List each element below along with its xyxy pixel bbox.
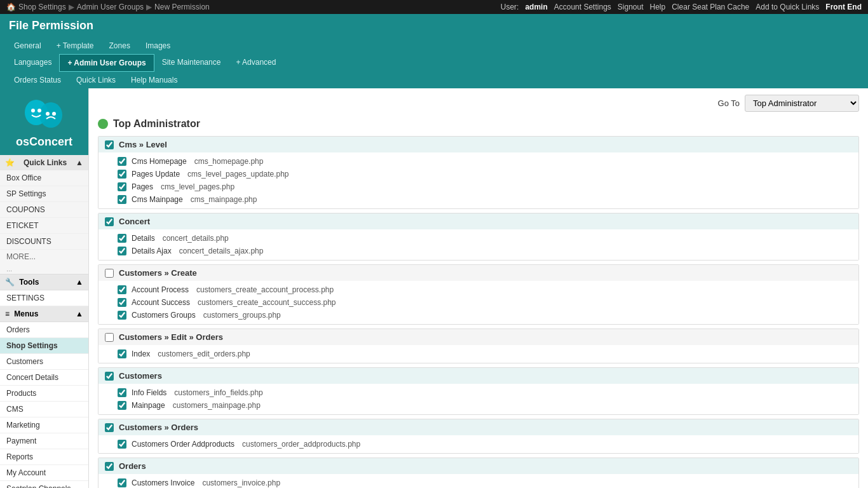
tools-header[interactable]: 🔧 Tools ▲: [0, 274, 88, 290]
perm-section-orders: OrdersCustomers Invoicecustomers_invoice…: [98, 458, 859, 488]
sidebar-item-marketing[interactable]: Marketing: [0, 417, 88, 433]
sidebar-item-payment[interactable]: Payment: [0, 433, 88, 449]
sidebar-item-more[interactable]: MORE...: [0, 250, 88, 264]
username: admin: [525, 3, 547, 11]
perm-section-checkbox-cms-level[interactable]: [105, 140, 114, 149]
perm-item-checkbox[interactable]: [118, 157, 126, 166]
perm-item-checkbox[interactable]: [118, 247, 126, 255]
front-end-link[interactable]: Front End: [825, 3, 862, 11]
perm-item-checkbox[interactable]: [118, 440, 126, 449]
perm-items-customers-create: Account Processcustomers_create_account_…: [98, 281, 858, 324]
perm-item-checkbox[interactable]: [118, 182, 126, 191]
sidebar-item-concert-details[interactable]: Concert Details: [0, 370, 88, 386]
perm-section-checkbox-customers-create[interactable]: [105, 269, 114, 278]
perm-item-checkbox[interactable]: [118, 285, 126, 294]
perm-section-checkbox-customers[interactable]: [105, 372, 114, 381]
permissions-container: Cms » LevelCms Homepagecms_homepage.phpP…: [98, 136, 859, 488]
perm-item: Customers Invoicecustomers_invoice.php: [118, 477, 852, 488]
sidebar-item-seatplan-channels[interactable]: Seatplan Channels: [0, 481, 88, 488]
collapse-icon: ▲: [76, 158, 83, 167]
perm-item-filename: customers_mainpage.php: [173, 401, 261, 410]
sidebar-item-eticket[interactable]: ETICKET: [0, 218, 88, 234]
subnav-general[interactable]: General: [6, 37, 49, 54]
sidebar-item-cms[interactable]: CMS: [0, 402, 88, 417]
signout-link[interactable]: Signout: [618, 3, 644, 11]
sidebar-item-shop-settings[interactable]: Shop Settings: [0, 338, 88, 354]
sidebar-item-my-account[interactable]: My Account: [0, 465, 88, 481]
add-to-quick-links-link[interactable]: Add to Quick Links: [756, 3, 819, 11]
perm-item-label: Customers Order Addproducts: [132, 440, 234, 449]
subnav-orders-status[interactable]: Orders Status: [6, 72, 69, 88]
perm-section-checkbox-concert[interactable]: [105, 217, 114, 226]
perm-section-header-customers-create: Customers » Create: [98, 265, 858, 281]
perm-item-checkbox[interactable]: [118, 298, 126, 307]
subnav-admin-user-groups[interactable]: + Admin User Groups: [59, 54, 154, 72]
perm-section-label-orders: Orders: [119, 461, 146, 471]
perm-section-checkbox-customers-orders[interactable]: [105, 423, 114, 432]
subnav-advanced[interactable]: + Advanced: [228, 54, 283, 72]
sidebar-item-reports[interactable]: Reports: [0, 449, 88, 465]
sidebar-item-box-office[interactable]: Box Office: [0, 170, 88, 186]
menus-label: Menus: [14, 309, 38, 318]
perm-item-label: Details: [132, 234, 155, 243]
perm-item-checkbox[interactable]: [118, 401, 126, 410]
svg-point-3: [37, 109, 41, 112]
perm-item: Details Ajaxconcert_details_ajax.php: [118, 245, 852, 257]
perm-section-customers: CustomersInfo Fieldscustomers_info_field…: [98, 367, 859, 415]
perm-item-filename: cms_level_pages.php: [161, 182, 234, 191]
perm-item-checkbox[interactable]: [118, 311, 126, 320]
perm-item-checkbox[interactable]: [118, 388, 126, 397]
perm-item-checkbox[interactable]: [118, 478, 126, 487]
perm-section-checkbox-customers-edit-orders[interactable]: [105, 333, 114, 342]
sidebar-item-coupons[interactable]: COUPONS: [0, 202, 88, 218]
perm-item-checkbox[interactable]: [118, 170, 126, 179]
sidebar-item-sp-settings[interactable]: SP Settings: [0, 186, 88, 202]
breadcrumb-admin-user-groups[interactable]: Admin User Groups: [77, 3, 144, 11]
svg-point-5: [52, 112, 56, 116]
perm-item: Account Successcustomers_create_account_…: [118, 296, 852, 309]
perm-item-checkbox[interactable]: [118, 234, 126, 243]
subnav-template[interactable]: + Template: [49, 37, 102, 54]
perm-section-customers-create: Customers » CreateAccount Processcustome…: [98, 264, 859, 325]
goto-select[interactable]: Top Administrator: [745, 95, 859, 112]
perm-section-label-customers-orders: Customers » Orders: [119, 423, 198, 432]
menus-header[interactable]: ≡ Menus ▲: [0, 306, 88, 322]
breadcrumb-shop-settings[interactable]: Shop Settings: [18, 3, 66, 11]
quick-links-section: ⭐ Quick Links ▲ Box Office SP Settings C…: [0, 155, 88, 274]
perm-item-filename: customers_groups.php: [203, 311, 281, 320]
quick-links-header[interactable]: ⭐ Quick Links ▲: [0, 155, 88, 170]
sidebar-item-customers[interactable]: Customers: [0, 354, 88, 370]
menus-collapse-icon: ▲: [76, 309, 83, 318]
subnav-zones[interactable]: Zones: [102, 37, 138, 54]
subnav-help-manuals[interactable]: Help Manuals: [123, 72, 185, 88]
perm-section-header-customers-orders: Customers » Orders: [98, 419, 858, 435]
perm-section-customers-orders: Customers » OrdersCustomers Order Addpro…: [98, 419, 859, 454]
perm-item: Cms Mainpagecms_mainpage.php: [118, 193, 852, 206]
sidebar-item-orders[interactable]: Orders: [0, 322, 88, 338]
perm-item-checkbox[interactable]: [118, 349, 126, 358]
sidebar-item-products[interactable]: Products: [0, 386, 88, 402]
account-settings-link[interactable]: Account Settings: [554, 3, 611, 11]
subnav-languages[interactable]: Languages: [6, 54, 59, 72]
subnav-site-maintenance[interactable]: Site Maintenance: [154, 54, 229, 72]
clear-seat-plan-cache-link[interactable]: Clear Seat Plan Cache: [672, 3, 749, 11]
perm-section-checkbox-orders[interactable]: [105, 462, 114, 471]
help-link[interactable]: Help: [650, 3, 666, 11]
menu-icon: ≡: [5, 309, 10, 318]
perm-section-concert: ConcertDetailsconcert_details.phpDetails…: [98, 213, 859, 261]
subnav-quick-links[interactable]: Quick Links: [69, 72, 123, 88]
perm-items-orders: Customers Invoicecustomers_invoice.phpCu…: [98, 474, 858, 488]
perm-section-header-concert: Concert: [98, 214, 858, 229]
sidebar-item-settings[interactable]: SETTINGS: [0, 290, 88, 306]
perm-item-checkbox[interactable]: [118, 195, 126, 204]
green-dot-icon: [98, 119, 108, 129]
top-links: User: admin Account Settings Signout Hel…: [501, 3, 862, 11]
perm-item-label: Info Fields: [132, 388, 166, 397]
sub-nav: General + Template Zones Images Language…: [0, 37, 868, 88]
breadcrumb-new-permission: New Permission: [154, 3, 210, 11]
subnav-images[interactable]: Images: [138, 37, 178, 54]
subnav-row3: Orders Status Quick Links Help Manuals: [6, 72, 862, 88]
svg-point-2: [31, 109, 35, 112]
sidebar-item-discounts[interactable]: DISCOUNTS: [0, 234, 88, 250]
perm-section-header-orders: Orders: [98, 458, 858, 474]
